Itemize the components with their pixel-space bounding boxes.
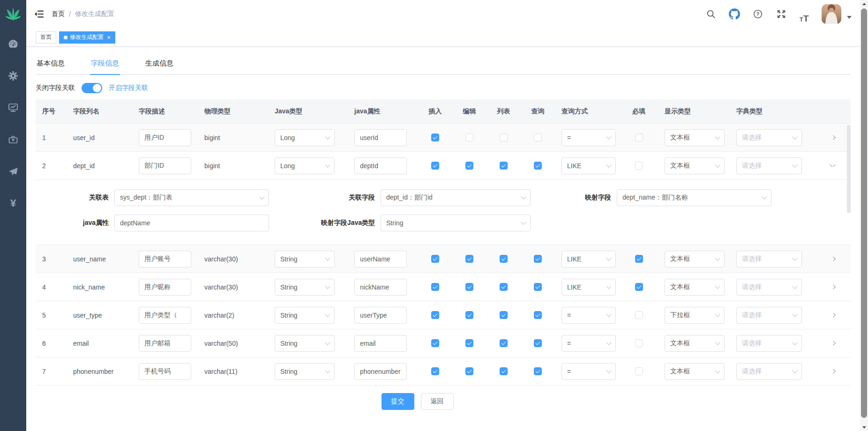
query-checkbox[interactable] <box>534 311 542 319</box>
back-button[interactable]: 返回 <box>421 393 454 410</box>
java-attr-input[interactable] <box>354 363 407 380</box>
display-type-select[interactable]: 文本框 <box>665 363 725 380</box>
expand-chevron-icon[interactable] <box>830 135 836 140</box>
dict-type-select[interactable]: 请选择 <box>736 251 802 268</box>
required-checkbox[interactable] <box>635 255 643 263</box>
tab-field-info[interactable]: 字段信息 <box>90 52 120 74</box>
required-checkbox[interactable] <box>635 134 643 141</box>
query-checkbox[interactable] <box>534 283 542 291</box>
expand-chevron-icon[interactable] <box>830 369 836 373</box>
dict-type-select[interactable]: 请选择 <box>736 129 802 146</box>
field-desc-input[interactable] <box>139 279 191 296</box>
java-type-select[interactable]: String <box>275 251 335 268</box>
list-checkbox[interactable] <box>500 283 508 291</box>
edit-checkbox[interactable] <box>465 339 473 347</box>
required-checkbox[interactable] <box>635 162 643 170</box>
list-checkbox[interactable] <box>500 339 508 347</box>
required-checkbox[interactable] <box>635 311 643 319</box>
query-checkbox[interactable] <box>534 367 542 375</box>
field-desc-input[interactable] <box>139 363 191 380</box>
query-checkbox[interactable] <box>534 162 542 170</box>
association-toggle-switch[interactable] <box>82 83 102 93</box>
edit-checkbox[interactable] <box>465 134 473 141</box>
tab-gen-info[interactable]: 生成信息 <box>144 52 174 74</box>
edit-checkbox[interactable] <box>465 283 473 291</box>
insert-checkbox[interactable] <box>431 255 439 263</box>
field-desc-input[interactable] <box>139 251 191 268</box>
list-checkbox[interactable] <box>500 311 508 319</box>
display-type-select[interactable]: 文本框 <box>665 129 725 146</box>
tag-close-icon[interactable]: × <box>107 34 111 41</box>
insert-checkbox[interactable] <box>431 339 439 347</box>
java-type-select[interactable]: Long <box>275 129 335 146</box>
java-attr-input[interactable] <box>354 129 407 146</box>
required-checkbox[interactable] <box>635 367 643 375</box>
map-java-type-select[interactable]: String <box>381 215 531 231</box>
java-attr-input[interactable] <box>354 335 407 352</box>
sidebar-collapse-icon[interactable] <box>34 9 44 19</box>
java-type-select[interactable]: String <box>275 279 335 296</box>
list-checkbox[interactable] <box>500 162 508 170</box>
list-checkbox[interactable] <box>500 367 508 375</box>
required-checkbox[interactable] <box>635 283 643 291</box>
display-type-select[interactable]: 下拉框 <box>665 307 725 324</box>
insert-checkbox[interactable] <box>431 367 439 375</box>
field-desc-input[interactable] <box>139 129 191 146</box>
query-mode-select[interactable]: = <box>561 307 616 324</box>
display-type-select[interactable]: 文本框 <box>665 335 725 352</box>
sidebar-item-system[interactable] <box>0 60 26 92</box>
query-mode-select[interactable]: = <box>561 335 616 352</box>
table-scrollbar-thumb[interactable] <box>847 125 851 213</box>
expand-chevron-icon[interactable] <box>830 313 836 317</box>
assoc-table-select[interactable]: sys_dept：部门表 <box>114 189 269 206</box>
edit-checkbox[interactable] <box>465 162 473 170</box>
submit-button[interactable]: 提交 <box>382 393 414 410</box>
display-type-select[interactable]: 文本框 <box>665 279 725 296</box>
dict-type-select[interactable]: 请选择 <box>736 279 802 296</box>
page-scrollbar[interactable] <box>860 0 868 431</box>
expand-chevron-icon[interactable] <box>830 285 836 289</box>
query-mode-select[interactable]: = <box>561 129 616 146</box>
display-type-select[interactable]: 文本框 <box>665 157 725 174</box>
sidebar-item-job[interactable] <box>0 156 26 187</box>
collapse-chevron-icon[interactable] <box>830 164 836 167</box>
tab-basic-info[interactable]: 基本信息 <box>36 52 66 74</box>
java-type-select[interactable]: Long <box>275 157 335 174</box>
sidebar-item-monitor[interactable] <box>0 92 26 124</box>
edit-checkbox[interactable] <box>465 255 473 263</box>
sidebar-item-tool[interactable] <box>0 124 26 156</box>
sidebar-item-finance[interactable]: ¥ <box>0 187 26 219</box>
java-type-select[interactable]: String <box>275 363 335 380</box>
query-mode-select[interactable]: = <box>561 363 616 380</box>
java-attr-input[interactable] <box>354 307 407 324</box>
query-mode-select[interactable]: LIKE <box>561 157 616 174</box>
map-field-select[interactable]: dept_name：部门名称 <box>617 189 771 206</box>
tag-modify-gen-config[interactable]: 修改生成配置 × <box>59 31 115 44</box>
font-size-icon[interactable]: T T <box>795 5 814 23</box>
java-attr-input[interactable] <box>354 279 407 296</box>
dict-type-select[interactable]: 请选择 <box>736 157 802 174</box>
list-checkbox[interactable] <box>500 134 508 141</box>
search-icon[interactable] <box>702 5 720 23</box>
tag-home[interactable]: 首页 <box>36 31 56 44</box>
insert-checkbox[interactable] <box>431 311 439 319</box>
java-attr-input[interactable] <box>354 251 407 268</box>
query-checkbox[interactable] <box>534 134 542 141</box>
edit-checkbox[interactable] <box>465 311 473 319</box>
detail-java-attr-input[interactable] <box>114 215 269 231</box>
scrollbar-up-arrow-icon[interactable] <box>860 0 868 7</box>
insert-checkbox[interactable] <box>431 162 439 170</box>
sidebar-item-dashboard[interactable] <box>0 28 26 60</box>
query-checkbox[interactable] <box>534 339 542 347</box>
caret-down-icon[interactable] <box>847 16 852 19</box>
page-scrollbar-thumb[interactable] <box>861 8 867 418</box>
breadcrumb-home-link[interactable]: 首页 <box>52 10 65 18</box>
expand-chevron-icon[interactable] <box>830 257 836 261</box>
user-avatar[interactable] <box>822 4 841 24</box>
java-type-select[interactable]: String <box>275 335 335 352</box>
java-attr-input[interactable] <box>354 157 407 174</box>
field-desc-input[interactable] <box>139 157 191 174</box>
query-mode-select[interactable]: LIKE <box>561 251 616 268</box>
fullscreen-icon[interactable] <box>772 5 791 23</box>
list-checkbox[interactable] <box>500 255 508 263</box>
